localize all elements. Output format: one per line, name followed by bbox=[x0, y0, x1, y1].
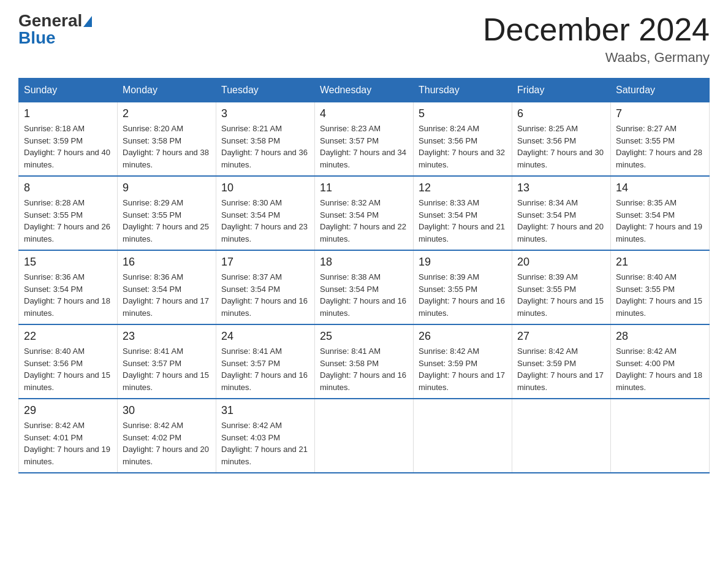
day-number: 29 bbox=[24, 404, 112, 417]
week-row-4: 22Sunrise: 8:40 AMSunset: 3:56 PMDayligh… bbox=[19, 324, 710, 399]
day-cell-22: 22Sunrise: 8:40 AMSunset: 3:56 PMDayligh… bbox=[19, 324, 118, 399]
day-info: Sunrise: 8:41 AMSunset: 3:57 PMDaylight:… bbox=[221, 345, 309, 393]
day-number: 27 bbox=[517, 330, 605, 343]
day-info: Sunrise: 8:39 AMSunset: 3:55 PMDaylight:… bbox=[419, 271, 507, 319]
day-info: Sunrise: 8:33 AMSunset: 3:54 PMDaylight:… bbox=[419, 197, 507, 245]
col-header-monday: Monday bbox=[118, 79, 216, 102]
col-header-saturday: Saturday bbox=[611, 79, 710, 102]
day-cell-20: 20Sunrise: 8:39 AMSunset: 3:55 PMDayligh… bbox=[512, 250, 611, 324]
day-info: Sunrise: 8:29 AMSunset: 3:55 PMDaylight:… bbox=[123, 197, 211, 245]
page-header: General Blue December 2024 Waabs, German… bbox=[18, 12, 710, 66]
day-cell-12: 12Sunrise: 8:33 AMSunset: 3:54 PMDayligh… bbox=[414, 176, 512, 250]
day-cell-23: 23Sunrise: 8:41 AMSunset: 3:57 PMDayligh… bbox=[118, 324, 216, 399]
day-cell-27: 27Sunrise: 8:42 AMSunset: 3:59 PMDayligh… bbox=[512, 324, 611, 399]
logo: General Blue bbox=[18, 12, 92, 47]
day-cell-24: 24Sunrise: 8:41 AMSunset: 3:57 PMDayligh… bbox=[216, 324, 315, 399]
day-cell-2: 2Sunrise: 8:20 AMSunset: 3:58 PMDaylight… bbox=[118, 102, 216, 177]
day-info: Sunrise: 8:42 AMSunset: 4:03 PMDaylight:… bbox=[221, 419, 309, 467]
calendar-header-row: SundayMondayTuesdayWednesdayThursdayFrid… bbox=[19, 79, 710, 102]
week-row-1: 1Sunrise: 8:18 AMSunset: 3:59 PMDaylight… bbox=[19, 102, 710, 177]
day-cell-17: 17Sunrise: 8:37 AMSunset: 3:54 PMDayligh… bbox=[216, 250, 315, 324]
day-cell-8: 8Sunrise: 8:28 AMSunset: 3:55 PMDaylight… bbox=[19, 176, 118, 250]
day-number: 8 bbox=[24, 182, 112, 194]
day-info: Sunrise: 8:28 AMSunset: 3:55 PMDaylight:… bbox=[24, 197, 112, 245]
week-row-3: 15Sunrise: 8:36 AMSunset: 3:54 PMDayligh… bbox=[19, 250, 710, 324]
location-label: Waabs, Germany bbox=[483, 50, 710, 66]
day-info: Sunrise: 8:27 AMSunset: 3:55 PMDaylight:… bbox=[616, 123, 704, 170]
day-cell-4: 4Sunrise: 8:23 AMSunset: 3:57 PMDaylight… bbox=[315, 102, 414, 177]
day-number: 22 bbox=[24, 330, 112, 343]
day-cell-31: 31Sunrise: 8:42 AMSunset: 4:03 PMDayligh… bbox=[216, 399, 315, 473]
day-number: 18 bbox=[320, 256, 408, 269]
day-cell-11: 11Sunrise: 8:32 AMSunset: 3:54 PMDayligh… bbox=[315, 176, 414, 250]
day-cell-3: 3Sunrise: 8:21 AMSunset: 3:58 PMDaylight… bbox=[216, 102, 315, 177]
day-number: 25 bbox=[320, 330, 408, 343]
day-number: 26 bbox=[419, 330, 507, 343]
day-info: Sunrise: 8:39 AMSunset: 3:55 PMDaylight:… bbox=[517, 271, 605, 319]
day-info: Sunrise: 8:32 AMSunset: 3:54 PMDaylight:… bbox=[320, 197, 408, 245]
day-info: Sunrise: 8:35 AMSunset: 3:54 PMDaylight:… bbox=[616, 197, 704, 245]
day-cell-21: 21Sunrise: 8:40 AMSunset: 3:55 PMDayligh… bbox=[611, 250, 710, 324]
day-info: Sunrise: 8:41 AMSunset: 3:57 PMDaylight:… bbox=[123, 345, 211, 393]
day-info: Sunrise: 8:34 AMSunset: 3:54 PMDaylight:… bbox=[517, 197, 605, 245]
empty-cell bbox=[611, 399, 710, 473]
day-number: 7 bbox=[616, 107, 704, 120]
day-info: Sunrise: 8:21 AMSunset: 3:58 PMDaylight:… bbox=[221, 123, 309, 170]
day-number: 21 bbox=[616, 256, 704, 269]
col-header-sunday: Sunday bbox=[19, 79, 118, 102]
day-cell-9: 9Sunrise: 8:29 AMSunset: 3:55 PMDaylight… bbox=[118, 176, 216, 250]
day-info: Sunrise: 8:42 AMSunset: 3:59 PMDaylight:… bbox=[517, 345, 605, 393]
title-section: December 2024 Waabs, Germany bbox=[483, 12, 710, 66]
day-number: 12 bbox=[419, 182, 507, 194]
day-cell-26: 26Sunrise: 8:42 AMSunset: 3:59 PMDayligh… bbox=[414, 324, 512, 399]
day-info: Sunrise: 8:25 AMSunset: 3:56 PMDaylight:… bbox=[517, 123, 605, 170]
day-number: 2 bbox=[123, 107, 211, 120]
day-info: Sunrise: 8:42 AMSunset: 3:59 PMDaylight:… bbox=[419, 345, 507, 393]
day-number: 16 bbox=[123, 256, 211, 269]
day-info: Sunrise: 8:40 AMSunset: 3:55 PMDaylight:… bbox=[616, 271, 704, 319]
day-number: 4 bbox=[320, 107, 408, 120]
logo-triangle-icon bbox=[83, 16, 92, 27]
day-cell-29: 29Sunrise: 8:42 AMSunset: 4:01 PMDayligh… bbox=[19, 399, 118, 473]
day-cell-5: 5Sunrise: 8:24 AMSunset: 3:56 PMDaylight… bbox=[414, 102, 512, 177]
day-number: 6 bbox=[517, 107, 605, 120]
day-info: Sunrise: 8:37 AMSunset: 3:54 PMDaylight:… bbox=[221, 271, 309, 319]
col-header-friday: Friday bbox=[512, 79, 611, 102]
day-info: Sunrise: 8:42 AMSunset: 4:01 PMDaylight:… bbox=[24, 419, 112, 467]
day-cell-15: 15Sunrise: 8:36 AMSunset: 3:54 PMDayligh… bbox=[19, 250, 118, 324]
day-cell-1: 1Sunrise: 8:18 AMSunset: 3:59 PMDaylight… bbox=[19, 102, 118, 177]
day-cell-28: 28Sunrise: 8:42 AMSunset: 4:00 PMDayligh… bbox=[611, 324, 710, 399]
day-info: Sunrise: 8:20 AMSunset: 3:58 PMDaylight:… bbox=[123, 123, 211, 170]
empty-cell bbox=[512, 399, 611, 473]
day-number: 11 bbox=[320, 182, 408, 194]
day-cell-25: 25Sunrise: 8:41 AMSunset: 3:58 PMDayligh… bbox=[315, 324, 414, 399]
day-info: Sunrise: 8:36 AMSunset: 3:54 PMDaylight:… bbox=[24, 271, 112, 319]
day-number: 15 bbox=[24, 256, 112, 269]
day-number: 1 bbox=[24, 107, 112, 120]
day-cell-10: 10Sunrise: 8:30 AMSunset: 3:54 PMDayligh… bbox=[216, 176, 315, 250]
week-row-2: 8Sunrise: 8:28 AMSunset: 3:55 PMDaylight… bbox=[19, 176, 710, 250]
day-number: 23 bbox=[123, 330, 211, 343]
day-number: 17 bbox=[221, 256, 309, 269]
month-title: December 2024 bbox=[483, 12, 710, 47]
day-info: Sunrise: 8:42 AMSunset: 4:00 PMDaylight:… bbox=[616, 345, 704, 393]
day-number: 13 bbox=[517, 182, 605, 194]
col-header-thursday: Thursday bbox=[414, 79, 512, 102]
day-number: 31 bbox=[221, 404, 309, 417]
day-info: Sunrise: 8:18 AMSunset: 3:59 PMDaylight:… bbox=[24, 123, 112, 170]
day-cell-30: 30Sunrise: 8:42 AMSunset: 4:02 PMDayligh… bbox=[118, 399, 216, 473]
day-info: Sunrise: 8:41 AMSunset: 3:58 PMDaylight:… bbox=[320, 345, 408, 393]
day-cell-14: 14Sunrise: 8:35 AMSunset: 3:54 PMDayligh… bbox=[611, 176, 710, 250]
col-header-wednesday: Wednesday bbox=[315, 79, 414, 102]
day-number: 19 bbox=[419, 256, 507, 269]
day-cell-6: 6Sunrise: 8:25 AMSunset: 3:56 PMDaylight… bbox=[512, 102, 611, 177]
day-info: Sunrise: 8:38 AMSunset: 3:54 PMDaylight:… bbox=[320, 271, 408, 319]
day-number: 20 bbox=[517, 256, 605, 269]
day-info: Sunrise: 8:36 AMSunset: 3:54 PMDaylight:… bbox=[123, 271, 211, 319]
day-number: 24 bbox=[221, 330, 309, 343]
empty-cell bbox=[315, 399, 414, 473]
day-number: 10 bbox=[221, 182, 309, 194]
col-header-tuesday: Tuesday bbox=[216, 79, 315, 102]
day-cell-13: 13Sunrise: 8:34 AMSunset: 3:54 PMDayligh… bbox=[512, 176, 611, 250]
day-cell-7: 7Sunrise: 8:27 AMSunset: 3:55 PMDaylight… bbox=[611, 102, 710, 177]
